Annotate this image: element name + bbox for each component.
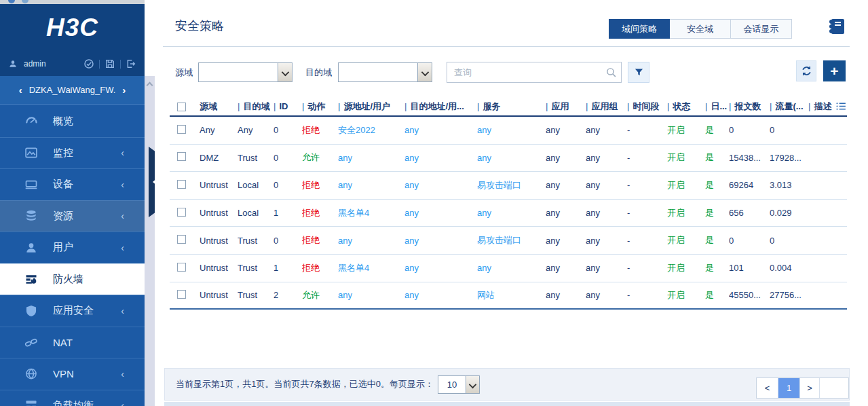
cell-service[interactable]: any	[477, 208, 546, 218]
sidebar-item-app-security[interactable]: 应用安全 ‹	[0, 295, 145, 327]
table-row: UntrustLocal1拒绝黑名单4anyanyanyany-开启是6560.…	[170, 200, 847, 227]
cell-time: -	[627, 180, 667, 190]
add-policy-button[interactable]: +	[823, 60, 846, 81]
cell-service[interactable]: 网站	[477, 289, 546, 301]
tab-security-zone[interactable]: 安全域	[670, 19, 731, 39]
sidebar-scrollbar[interactable]	[145, 76, 155, 406]
tab-session-display[interactable]: 会话显示	[731, 19, 792, 39]
sidebar-item-overview[interactable]: 概览	[0, 105, 145, 137]
sidebar-item-label: NAT	[53, 337, 73, 348]
search-icon[interactable]	[605, 67, 617, 78]
sidebar-item-device[interactable]: 设备 ‹	[0, 168, 145, 200]
col-dest-zone[interactable]: |目的域	[238, 100, 273, 113]
chevron-right-icon[interactable]: ›	[122, 84, 126, 96]
cell-dst-addr[interactable]: any	[404, 236, 477, 246]
cell-status: 开启	[667, 234, 705, 246]
sidebar-item-label: 负载均衡	[53, 399, 94, 406]
current-page-button[interactable]: 1	[778, 378, 800, 398]
cell-service[interactable]: any	[477, 263, 546, 273]
col-id[interactable]: |ID	[273, 101, 302, 111]
row-checkbox[interactable]	[177, 290, 186, 299]
sidebar-item-vpn[interactable]: VPN ‹	[0, 358, 145, 390]
row-checkbox[interactable]	[177, 235, 186, 244]
device-selector[interactable]: ‹ DZKA_WaiWang_FW. ›	[0, 76, 145, 105]
cell-time: -	[627, 290, 667, 300]
chevron-collapse-icon: ‹	[121, 400, 124, 406]
commit-check-icon[interactable]	[83, 58, 94, 69]
col-description[interactable]: |描述	[808, 100, 847, 113]
cell-src: Untrust	[200, 236, 238, 246]
sidebar-item-load-balance[interactable]: 负载均衡 ‹	[0, 390, 145, 406]
dropdown-arrow-icon[interactable]	[278, 63, 292, 81]
col-dest-address[interactable]: |目的地址/用...	[404, 100, 477, 113]
sidebar-item-monitor[interactable]: 监控 ‹	[0, 137, 145, 169]
policy-notebook-icon[interactable]	[828, 18, 844, 35]
refresh-button[interactable]	[796, 60, 816, 81]
sidebar-item-label: VPN	[53, 368, 74, 380]
col-application[interactable]: |应用	[546, 100, 586, 113]
cell-src-addr[interactable]: 安全2022	[338, 124, 404, 136]
cell-dst-addr[interactable]: any	[404, 180, 477, 190]
cell-dst: Trust	[238, 153, 273, 163]
prev-page-button[interactable]: <	[757, 378, 778, 398]
dropdown-arrow-icon[interactable]	[466, 376, 479, 393]
chevron-left-icon[interactable]: ‹	[19, 84, 22, 96]
user-avatar-icon	[8, 59, 18, 69]
cell-dst-addr[interactable]: any	[404, 153, 477, 163]
search-input[interactable]	[447, 62, 622, 83]
col-source-zone[interactable]: 源域	[200, 100, 238, 113]
dropdown-arrow-icon[interactable]	[417, 63, 432, 81]
logo: H3C	[0, 4, 145, 52]
cell-service[interactable]: 易攻击端口	[477, 234, 546, 246]
col-status[interactable]: |状态	[667, 100, 705, 113]
col-source-address[interactable]: |源地址/用户	[338, 100, 404, 113]
row-checkbox[interactable]	[177, 263, 186, 272]
col-action[interactable]: |动作	[302, 100, 338, 113]
row-checkbox[interactable]	[177, 125, 186, 134]
col-app-group[interactable]: |应用组	[586, 100, 627, 113]
save-icon[interactable]	[105, 58, 115, 69]
scroll-up-icon[interactable]	[147, 81, 152, 87]
cell-src-addr[interactable]: any	[338, 236, 404, 246]
cell-app: any	[546, 125, 586, 135]
cell-src-addr[interactable]: any	[338, 153, 404, 163]
cell-dst-addr[interactable]: any	[404, 208, 477, 218]
filter-button[interactable]	[628, 62, 649, 83]
per-page-select[interactable]: 10	[438, 375, 480, 394]
col-service[interactable]: |服务	[477, 100, 546, 113]
cell-dst-addr[interactable]: any	[404, 290, 477, 300]
dest-zone-select[interactable]	[338, 62, 432, 82]
cell-dst-addr[interactable]: any	[404, 125, 477, 135]
cell-src-addr[interactable]: any	[338, 290, 404, 300]
cell-service[interactable]: any	[477, 125, 546, 135]
source-zone-select[interactable]	[198, 62, 293, 82]
logout-icon[interactable]	[126, 58, 136, 69]
row-checkbox[interactable]	[177, 180, 186, 189]
select-all-checkbox[interactable]	[177, 103, 186, 111]
next-page-button[interactable]: >	[800, 378, 820, 398]
sidebar-item-users[interactable]: 用户 ‹	[0, 232, 145, 263]
cell-src-addr[interactable]: 黑名单4	[338, 262, 404, 274]
cell-traffic: 17928...	[770, 153, 808, 163]
row-checkbox[interactable]	[177, 208, 186, 217]
col-traffic[interactable]: |流量(...	[770, 100, 808, 113]
tab-domain-policy[interactable]: 域间策略	[609, 19, 670, 39]
cell-traffic: 0	[770, 125, 808, 135]
cell-service[interactable]: 易攻击端口	[477, 179, 546, 191]
cell-dst-addr[interactable]: any	[404, 263, 477, 273]
cell-log: 是	[705, 179, 729, 191]
column-config-icon[interactable]	[835, 100, 847, 112]
cell-action: 允许	[302, 151, 338, 164]
cell-src-addr[interactable]: 黑名单4	[338, 207, 404, 219]
cell-app-group: any	[586, 180, 627, 190]
col-log[interactable]: |日...	[705, 100, 729, 113]
sidebar-item-firewall[interactable]: 防火墙	[0, 263, 145, 295]
col-packets[interactable]: |报文数	[729, 100, 770, 113]
col-time-range[interactable]: |时间段	[627, 100, 667, 113]
cell-time: -	[627, 208, 667, 218]
cell-service[interactable]: any	[477, 153, 546, 163]
sidebar-item-nat[interactable]: NAT	[0, 327, 145, 358]
cell-src-addr[interactable]: any	[338, 180, 404, 190]
sidebar-item-resources[interactable]: 资源 ‹	[0, 200, 145, 232]
row-checkbox[interactable]	[177, 152, 186, 161]
